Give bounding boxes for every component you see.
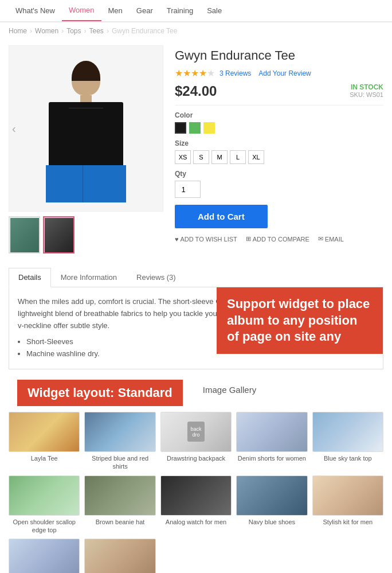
gallery-image-11[interactable] (9, 539, 80, 573)
gallery-image-5[interactable] (312, 412, 383, 452)
color-swatches (175, 122, 383, 134)
in-stock-label: IN STOCK (350, 83, 383, 91)
product-price: $24.00 (175, 83, 217, 99)
product-images: ‹ (9, 45, 163, 254)
gallery-item: Denim shorts for women (236, 412, 307, 471)
swatch-yellow[interactable] (203, 122, 215, 134)
breadcrumb-current: Gwyn Endurance Tee (112, 27, 178, 35)
gallery-grid: Layla Tee Striped blue and red shirts ba… (9, 412, 383, 534)
size-l[interactable]: L (230, 150, 246, 164)
size-options: XS S M L XL (175, 150, 383, 164)
nav-women[interactable]: Women (62, 0, 101, 21)
gallery-section-title-inline: Image Gallery (203, 385, 256, 395)
gallery-item: Brown beanie hat (84, 475, 155, 535)
gallery-item: Open shoulder scallop edge top (9, 475, 80, 535)
sku-value: WS01 (366, 91, 383, 98)
add-review-link[interactable]: Add Your Review (258, 69, 311, 77)
gallery-caption-4: Denim shorts for women (238, 454, 306, 462)
tab-more-info[interactable]: More Information (51, 268, 127, 287)
gallery-item: Blue sky tank top (312, 412, 383, 471)
compare-icon: ⊞ (246, 235, 251, 243)
product-title: Gwyn Endurance Tee (175, 48, 383, 63)
widget-layout-banner: Widget layout: Standard (17, 380, 183, 406)
main-nav: What's New Women Men Gear Training Sale (0, 0, 392, 22)
image-prev-arrow[interactable]: ‹ (12, 122, 16, 135)
breadcrumb-tees[interactable]: Tees (89, 27, 104, 35)
color-label: Color (175, 111, 383, 119)
breadcrumb-sep: › (84, 27, 87, 35)
stock-info: IN STOCK SKU: WS01 (350, 83, 383, 98)
gallery-image-7[interactable] (84, 475, 155, 516)
heart-icon: ♥ (175, 236, 179, 243)
size-xs[interactable]: XS (175, 150, 191, 164)
nav-training[interactable]: Training (160, 1, 200, 21)
gallery-item: Striped blue and red shirts (84, 412, 155, 471)
gallery-image-6[interactable] (9, 475, 80, 516)
breadcrumb-tops[interactable]: Tops (66, 27, 81, 35)
swatch-black[interactable] (175, 122, 186, 134)
gallery-item: Light blue princess dress (9, 539, 80, 573)
gallery-caption-10: Stylish kit for men (323, 518, 373, 526)
email-icon: ✉ (318, 235, 323, 243)
thumbnail-1[interactable] (9, 216, 40, 254)
gallery-caption-7: Brown beanie hat (96, 518, 145, 526)
size-label: Size (175, 139, 383, 147)
nav-gear[interactable]: Gear (130, 1, 160, 21)
breadcrumb-sep: › (107, 27, 109, 35)
gallery-caption-6: Open shoulder scallop edge top (9, 518, 80, 535)
gallery-caption-1: Layla Tee (31, 454, 58, 462)
breadcrumb-sep: › (30, 27, 32, 35)
add-to-cart-button[interactable]: Add to Cart (175, 205, 268, 228)
email-link[interactable]: ✉ EMAIL (318, 235, 344, 243)
gallery-item: Layla Tee (9, 412, 80, 471)
tab-content: When the miles add up, comfort is crucia… (9, 287, 383, 369)
sku-label: SKU: (350, 91, 364, 98)
support-widget: Support widget to place album to any pos… (217, 287, 383, 354)
gallery-image-9[interactable] (236, 475, 307, 516)
gallery-image-3[interactable]: backdro (160, 412, 232, 452)
tab-reviews[interactable]: Reviews (3) (127, 268, 186, 287)
nav-sale[interactable]: Sale (200, 1, 229, 21)
nav-men[interactable]: Men (101, 1, 130, 21)
gallery-item: Analog watch for men (160, 475, 232, 535)
gallery-image-1[interactable] (9, 412, 80, 452)
gallery-image-4[interactable] (236, 412, 307, 452)
size-xl[interactable]: XL (248, 150, 264, 164)
reviews-link[interactable]: 3 Reviews (219, 69, 251, 77)
tabs-bar: Details More Information Reviews (3) (9, 268, 383, 287)
size-s[interactable]: S (193, 150, 209, 164)
gallery-image-2[interactable] (84, 412, 155, 452)
swatch-green[interactable] (189, 122, 201, 134)
thumbnail-2[interactable] (43, 216, 75, 254)
breadcrumb-sep: › (61, 27, 64, 35)
breadcrumb: Home › Women › Tops › Tees › Gwyn Endura… (0, 22, 392, 40)
add-to-compare-link[interactable]: ⊞ ADD TO COMPARE (246, 235, 309, 243)
nav-whats-new[interactable]: What's New (9, 1, 62, 21)
breadcrumb-women[interactable]: Women (35, 27, 58, 35)
action-links: ♥ ADD TO WISH LIST ⊞ ADD TO COMPARE ✉ EM… (175, 235, 383, 243)
thumbnail-row (9, 216, 163, 254)
gallery-caption-3: Drawstring backpack (167, 454, 225, 462)
gallery-image-8[interactable] (160, 475, 232, 516)
gallery-item: Navy blue shoes (236, 475, 307, 535)
tab-details[interactable]: Details (9, 268, 51, 287)
add-to-wishlist-link[interactable]: ♥ ADD TO WISH LIST (175, 235, 237, 243)
gallery-caption-5: Blue sky tank top (324, 454, 372, 462)
gallery-section: Layla Tee Striped blue and red shirts ba… (0, 406, 392, 573)
gallery-item: backdro Drawstring backpack (160, 412, 232, 471)
rating-row: ★★★★★ 3 Reviews Add Your Review (175, 68, 383, 79)
qty-input[interactable] (175, 181, 201, 198)
gallery-caption-2: Striped blue and red shirts (84, 454, 155, 471)
star-rating: ★★★★★ (175, 68, 215, 79)
qty-label: Qty (175, 170, 383, 178)
sku-row: SKU: WS01 (350, 91, 383, 98)
product-layout: ‹ (0, 40, 392, 259)
product-info: Gwyn Endurance Tee ★★★★★ 3 Reviews Add Y… (175, 45, 383, 254)
gallery-image-10[interactable] (312, 475, 383, 516)
gallery-item: Summer sunglasses (84, 539, 155, 573)
breadcrumb-home[interactable]: Home (9, 27, 27, 35)
gallery-caption-9: Navy blue shoes (249, 518, 295, 526)
gallery-image-12[interactable] (84, 539, 155, 573)
gallery-caption-8: Analog watch for men (166, 518, 226, 526)
size-m[interactable]: M (211, 150, 228, 164)
